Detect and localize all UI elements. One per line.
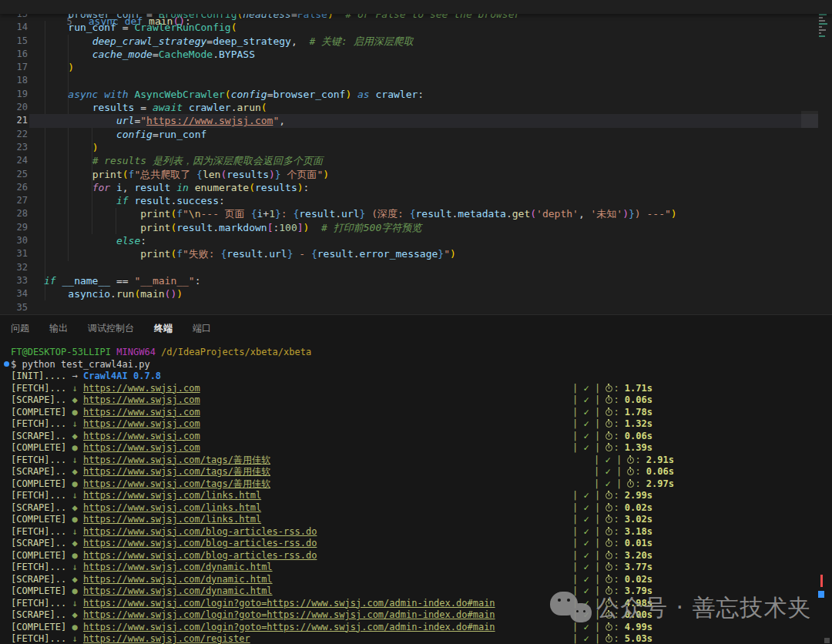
terminal-url-link[interactable]: https://www.swjsj.com/dynamic.html xyxy=(83,562,273,572)
terminal-url-link[interactable]: https://www.swjsj.com xyxy=(83,431,200,441)
timer-icon xyxy=(606,505,612,512)
line-number-29[interactable]: 29 xyxy=(0,221,28,234)
check-icon: ✓ xyxy=(583,407,589,418)
resize-corner xyxy=(824,638,830,643)
timer-icon xyxy=(606,576,612,583)
sticky-scope-line[interactable]: 5async def main(): xyxy=(0,0,832,14)
wechat-icon xyxy=(549,589,596,627)
code-line-18[interactable] xyxy=(29,74,818,87)
terminal-url-link[interactable]: https://www.swjsj.com/dynamic.html xyxy=(83,585,273,596)
terminal-url-link[interactable]: https://www.swjsj.com/dynamic.html xyxy=(83,574,273,585)
log-status-icon: ↓ xyxy=(72,418,77,429)
code-line-19[interactable]: async with AsyncWebCrawler(config=browse… xyxy=(29,88,818,101)
panel-tab-bar: 问题输出调试控制台终端端口 xyxy=(0,315,832,341)
line-number-23[interactable]: 23 xyxy=(0,141,28,154)
line-number-35[interactable]: 35 xyxy=(0,301,28,314)
check-icon: ✓ xyxy=(583,562,589,572)
terminal-log-row: [SCRAPE].. ◆ https://www.swjsj.com/tags/… xyxy=(0,466,832,478)
line-number-25[interactable]: 25 xyxy=(0,168,28,181)
code-line-22[interactable]: config=run_conf xyxy=(29,128,818,141)
code-line-25[interactable]: print(f"总共爬取了 {len(results)} 个页面") xyxy=(29,168,818,181)
log-result-column: | ✓ | : 3.20s xyxy=(572,550,653,562)
line-number-24[interactable]: 24 xyxy=(0,154,28,167)
line-number-20[interactable]: 20 xyxy=(0,101,28,114)
terminal-url-link[interactable]: https://www.swjsj.com xyxy=(83,383,200,394)
code-line-29[interactable]: print(result.markdown[:100]) # 打印前500字符预… xyxy=(29,221,818,234)
code-line-33[interactable]: if __name__ == "__main__": xyxy=(29,274,818,287)
terminal-url-link[interactable]: https://www.swjsj.com/tags/善用佳软 xyxy=(83,466,270,477)
line-number-32[interactable]: 32 xyxy=(0,261,28,274)
code-line-21[interactable]: url="https://www.swjsj.com", xyxy=(29,114,818,127)
terminal-url-link[interactable]: https://www.swjsj.com xyxy=(83,442,200,453)
line-number-16[interactable]: 16 xyxy=(0,48,28,61)
log-result-column: | ✓ | : 1.78s xyxy=(572,407,653,419)
timer-icon xyxy=(606,540,612,547)
code-line-28[interactable]: print(f"\n--- 页面 {i+1}: {result.url} (深度… xyxy=(29,207,818,220)
panel-tab-0[interactable]: 问题 xyxy=(11,322,29,335)
terminal-url-link[interactable]: https://www.swjsj.com/login?goto=https:/… xyxy=(83,598,495,609)
terminal-url-link[interactable]: https://www.swjsj.com/register xyxy=(83,633,250,644)
line-number-33[interactable]: 33 xyxy=(0,274,28,287)
code-line-24[interactable]: # results 是列表，因为深层爬取会返回多个页面 xyxy=(29,154,818,167)
terminal-url-link[interactable]: https://www.swjsj.com/links.html xyxy=(83,490,261,501)
editor-scrollbar-thumb[interactable] xyxy=(801,111,818,128)
panel-tab-2[interactable]: 调试控制台 xyxy=(88,322,134,335)
panel-tab-3[interactable]: 终端 xyxy=(154,322,173,335)
code-line-17[interactable]: ) xyxy=(29,61,818,74)
code-line-23[interactable]: ) xyxy=(29,141,818,154)
code-line-20[interactable]: results = await crawler.arun( xyxy=(29,101,818,114)
log-status-icon: ↓ xyxy=(72,490,77,501)
code-line-34[interactable]: asyncio.run(main()) xyxy=(29,287,818,300)
line-number-17[interactable]: 17 xyxy=(0,61,28,74)
line-number-18[interactable]: 18 xyxy=(0,74,28,87)
minimap-line xyxy=(819,20,825,22)
terminal-url-link[interactable]: https://www.swjsj.com/blog-articles-rss.… xyxy=(83,526,317,537)
terminal-url-link[interactable]: https://www.swjsj.com/login?goto=https:/… xyxy=(83,622,495,632)
terminal-url-link[interactable]: https://www.swjsj.com/login?goto=https:/… xyxy=(83,609,495,620)
code-line-32[interactable] xyxy=(29,261,818,274)
line-number-31[interactable]: 31 xyxy=(0,247,28,260)
panel-tab-4[interactable]: 端口 xyxy=(193,322,211,335)
terminal-url-link[interactable]: https://www.swjsj.com/links.html xyxy=(83,514,261,525)
code-line-15[interactable]: deep_crawl_strategy=deep_strategy, # 关键:… xyxy=(29,35,818,48)
terminal-url-link[interactable]: https://www.swjsj.com/tags/善用佳软 xyxy=(83,454,270,465)
scrollbar-error-mark xyxy=(820,575,823,587)
command-decoration-dot[interactable] xyxy=(4,361,9,367)
code-line-27[interactable]: if result.success: xyxy=(29,194,818,207)
line-number-28[interactable]: 28 xyxy=(0,207,28,220)
line-number-26[interactable]: 26 xyxy=(0,181,28,194)
code-line-16[interactable]: cache_mode=CacheMode.BYPASS xyxy=(29,48,818,61)
line-number-27[interactable]: 27 xyxy=(0,194,28,207)
terminal-url-link[interactable]: https://www.swjsj.com/blog-articles-rss.… xyxy=(83,550,317,561)
log-status-icon: ◆ xyxy=(72,466,77,477)
line-number-34[interactable]: 34 xyxy=(0,287,28,300)
terminal-url-link[interactable]: https://www.swjsj.com xyxy=(83,418,200,429)
terminal-url-link[interactable]: https://www.swjsj.com xyxy=(83,407,200,418)
watermark: 公众号 · 善忘技术夹 xyxy=(549,589,812,627)
check-icon: ✓ xyxy=(605,478,610,489)
code-line-30[interactable]: else: xyxy=(29,234,818,247)
timer-icon xyxy=(606,385,612,392)
line-number-30[interactable]: 30 xyxy=(0,234,28,247)
log-status-icon: ● xyxy=(72,550,77,561)
terminal-url-link[interactable]: https://www.swjsj.com xyxy=(83,394,200,405)
code-lines[interactable]: browser_conf = BrowserConfig(headless=Fa… xyxy=(29,8,818,314)
log-result-column: | ✓ | : 1.32s xyxy=(572,418,653,431)
line-number-21[interactable]: 21 xyxy=(0,114,28,127)
code-line-31[interactable]: print(f"失败: {result.url} - {result.error… xyxy=(29,247,818,260)
code-line-35[interactable] xyxy=(29,301,818,314)
terminal-url-link[interactable]: https://www.swjsj.com/tags/善用佳软 xyxy=(83,478,270,489)
editor-gutter[interactable]: 1314151617181920212223242526272829303132… xyxy=(0,8,28,314)
terminal-log-row: [COMPLETE] ● https://www.swjsj.com| ✓ | … xyxy=(0,407,832,419)
panel-tab-1[interactable]: 输出 xyxy=(49,322,68,335)
check-icon: ✓ xyxy=(583,633,589,644)
line-number-22[interactable]: 22 xyxy=(0,128,28,141)
line-number-19[interactable]: 19 xyxy=(0,88,28,101)
prompt-path: /d/IdeaProjects/xbeta/xbeta xyxy=(161,347,311,357)
code-line-26[interactable]: for i, result in enumerate(results): xyxy=(29,181,818,194)
code-editor[interactable]: 1314151617181920212223242526272829303132… xyxy=(0,0,832,314)
terminal-url-link[interactable]: https://www.swjsj.com/blog-articles-rss.… xyxy=(83,538,317,548)
terminal-init-line: [INIT].... → Crawl4AI 0.7.8 xyxy=(0,371,832,383)
terminal-url-link[interactable]: https://www.swjsj.com/links.html xyxy=(83,502,261,513)
timer-icon xyxy=(606,528,612,535)
